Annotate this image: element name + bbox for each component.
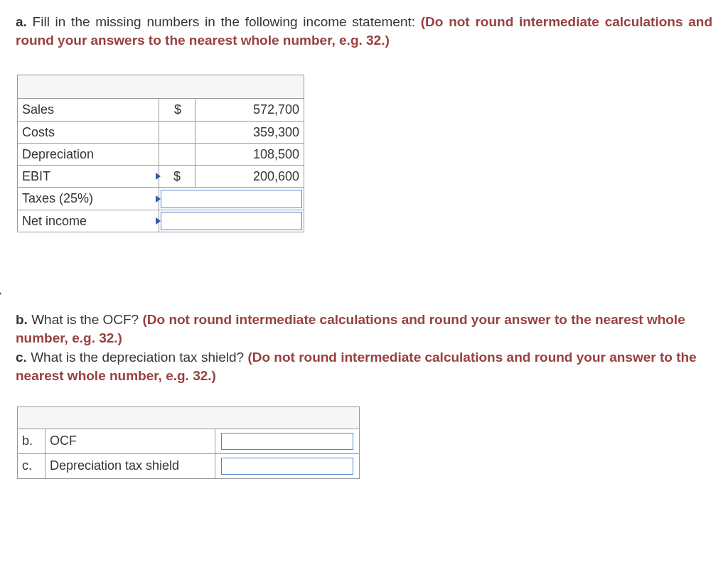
table-row: c. Depreciation tax shield (18, 453, 360, 478)
question-c-prefix: c. (16, 350, 27, 365)
table-row: Depreciation 108,500 (18, 143, 304, 165)
row-value: 108,500 (196, 143, 304, 165)
depreciation-tax-shield-input[interactable] (215, 453, 360, 478)
row-currency (159, 121, 196, 143)
question-a: a. Fill in the missing numbers in the fo… (16, 13, 712, 49)
row-currency (159, 143, 196, 165)
table-row: Net income (18, 210, 304, 232)
input-marker-icon (0, 290, 1, 297)
input-marker-icon (156, 173, 161, 180)
question-c: c. What is the depreciation tax shield? … (16, 348, 712, 384)
table-row: Taxes (25%) (18, 188, 304, 210)
question-c-text: What is the depreciation tax shield? (31, 350, 247, 365)
question-b-text: What is the OCF? (31, 312, 142, 327)
currency-text: $ (173, 169, 181, 183)
question-b-prefix: b. (16, 312, 28, 327)
row-value: 572,700 (196, 99, 304, 121)
row-label: Net income (18, 210, 159, 232)
question-b: b. What is the OCF? (Do not round interm… (16, 311, 712, 347)
answer-row-letter: c. (18, 453, 46, 478)
answer-row-letter: b. (18, 429, 46, 453)
table-row: Sales $ 572,700 (18, 99, 304, 121)
table-header-blank (18, 75, 304, 99)
table2-header-blank (18, 406, 360, 429)
table-row: Costs 359,300 (18, 121, 304, 143)
question-a-text: Fill in the missing numbers in the follo… (33, 14, 421, 29)
table-row: EBIT $ 200,600 (18, 166, 304, 188)
question-a-prefix: a. (16, 14, 27, 29)
row-label: Depreciation (18, 143, 159, 165)
taxes-input[interactable] (159, 188, 304, 210)
table-row: b. OCF (18, 429, 360, 453)
ocf-input[interactable] (215, 429, 360, 453)
net-income-input[interactable] (159, 210, 304, 232)
input-marker-icon (156, 217, 161, 225)
input-marker-icon (156, 195, 161, 203)
row-label: Sales (18, 99, 159, 121)
row-currency: $ (159, 99, 196, 121)
income-statement-table: Sales $ 572,700 Costs 359,300 Depreciati… (17, 75, 304, 232)
row-value: 200,600 (196, 166, 304, 188)
row-label: EBIT (18, 166, 159, 188)
answer-row-label: Depreciation tax shield (46, 453, 215, 478)
row-currency: $ (159, 166, 196, 188)
row-label: Costs (18, 121, 159, 143)
row-label: Taxes (25%) (18, 188, 159, 210)
answer-table: b. OCF c. Depreciation tax shield (17, 406, 360, 479)
answer-row-label: OCF (46, 429, 215, 453)
row-value: 359,300 (196, 121, 304, 143)
